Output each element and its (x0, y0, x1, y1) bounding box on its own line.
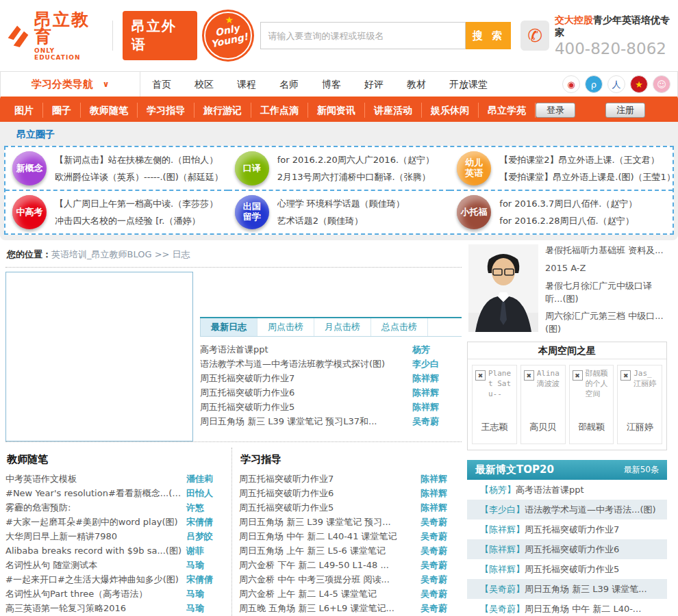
post-author-link[interactable]: 陈祥辉 (408, 401, 462, 413)
post-title-link[interactable]: 周六金桥 中午 中考三项提分班 阅读... (239, 574, 416, 586)
post-title-link[interactable]: 周日五角场 新三 L39 课堂笔记 预习L37和... (200, 415, 408, 428)
main-nav-item[interactable]: 开放课堂 (438, 72, 499, 97)
post-author-link[interactable]: 陈祥辉 (408, 387, 462, 399)
blog-tab[interactable]: 总点击榜 (371, 318, 428, 336)
post-author-link[interactable]: 潘佳莉 (182, 473, 227, 485)
main-nav-item[interactable]: 名师 (268, 72, 310, 97)
circle-post-link[interactable]: 冲击四大名校的一点经验 [r.（潘婷） (55, 212, 218, 229)
sub-nav-item[interactable]: 图片 (5, 103, 43, 118)
post-author-link[interactable]: 陈祥辉 (408, 372, 462, 385)
sub-nav-item[interactable]: 圈子 (43, 103, 81, 118)
share-icon[interactable]: ☺ (653, 75, 670, 93)
top20-row[interactable]: 【陈祥辉】周五托福突破听力作业7 (467, 519, 667, 539)
post-author-link[interactable]: 吕梦皎 (182, 530, 227, 543)
sub-nav-item[interactable]: 讲座活动 (365, 103, 422, 118)
top20-row[interactable]: 【陈祥辉】周五托福突破听力作业6 (467, 539, 667, 559)
post-author-link[interactable]: 许慜 (182, 502, 227, 514)
featured-article-link[interactable]: 2015 A-Z (545, 262, 666, 275)
circle-post-link[interactable]: for 2016.2.20周六人广2016.（赵宁） (277, 151, 434, 168)
main-nav-item[interactable]: 博客 (310, 72, 353, 97)
star-card[interactable]: ✖ Alina 滴波波 高贝贝 (520, 365, 566, 444)
post-title-link[interactable]: 周五托福突破听力作业6 (239, 487, 416, 500)
star-user-name[interactable]: 邵靓颖 (573, 421, 611, 433)
post-title-link[interactable]: 高考语法首课ppt (200, 344, 408, 356)
circle-post-link[interactable]: for 2016.3.7周日八佰伴.（赵宁） (499, 195, 637, 212)
post-author-link[interactable]: 田怡人 (182, 487, 227, 500)
star-user-name[interactable]: 高贝贝 (524, 421, 562, 433)
post-author-link[interactable]: 陈祥辉 (416, 473, 462, 485)
sub-nav-item[interactable]: 娱乐休闲 (422, 103, 479, 118)
circle-badge[interactable]: 新概念 (12, 151, 47, 185)
star-card[interactable]: ✖ Jas_江丽婷 江丽婷 (617, 365, 662, 444)
post-title-link[interactable]: 周五托福突破听力作业5 (239, 502, 416, 514)
star-card[interactable]: ✖ 邵靓颖的个人空间 邵靓颖 (569, 365, 614, 444)
sub-nav-item[interactable]: 昂立学苑 (479, 103, 536, 118)
post-title-link[interactable]: 周五托福突破听力作业5 (200, 401, 408, 413)
circle-post-link[interactable]: 【爱拍课堂】昂立外语上课是.(图)（王莹1） (499, 168, 670, 185)
post-author-link[interactable]: 吴奇蔚 (416, 516, 462, 528)
sub-nav-item[interactable]: 新闻资讯 (308, 103, 365, 118)
main-nav-item[interactable]: 课程 (225, 72, 268, 97)
circle-post-link[interactable]: 【爱拍课堂2】昂立外语上课.（王文君） (499, 151, 670, 168)
star-card[interactable]: ✖ Planet Satu-- 王志颖 (472, 365, 517, 444)
post-title-link[interactable]: #New Year's resolution#看看新概念...(图) (5, 487, 182, 500)
post-author-link[interactable]: 宋倩倩 (182, 574, 227, 586)
featured-article-link[interactable]: 暑假七月徐汇广元中级口译听...(图) (545, 280, 666, 306)
post-title-link[interactable]: 中考英语作文模板 (5, 473, 182, 485)
search-button[interactable]: 搜 索 (466, 22, 511, 49)
post-author-link[interactable]: 吴奇蔚 (408, 415, 462, 428)
sub-nav-item[interactable]: 教师随笔 (81, 103, 138, 118)
circle-badge[interactable]: 幼儿 英语 (457, 151, 491, 185)
blog-tab[interactable]: 最新日志 (200, 318, 258, 336)
post-title-link[interactable]: #大家一起磨耳朵#美剧中的word play(图) (5, 516, 182, 528)
featured-article-link[interactable]: 暑假托福听力基础班 资料及... (545, 244, 666, 257)
site-logo[interactable]: 昂立教育 ONLY EDUCATION (5, 11, 103, 61)
breadcrumb-path[interactable]: 英语培训_昂立教师BLOG >> 日志 (51, 249, 190, 259)
post-author-link[interactable]: 马瑜 (182, 588, 227, 600)
sub-nav-item[interactable]: 工作点滴 (251, 103, 308, 118)
star-user-name[interactable]: 王志颖 (475, 421, 514, 433)
post-author-link[interactable]: 杨芳 (408, 344, 462, 356)
post-title-link[interactable]: 周日五角场 上午 新三 L5-6 课堂笔记 (239, 545, 416, 557)
circle-badge[interactable]: 中高考 (12, 195, 47, 229)
circle-post-link[interactable]: for 2016.2.28周日八佰.（赵宁） (499, 212, 637, 229)
top20-more-link[interactable]: 最新50条 (624, 464, 659, 476)
post-author-link[interactable]: 吴奇蔚 (416, 602, 462, 615)
circle-post-link[interactable]: 心理学 环境科学话题（顾佳琦） (277, 195, 405, 212)
post-author-link[interactable]: 马瑜 (182, 559, 227, 572)
share-icon[interactable]: ◉ (562, 75, 580, 93)
post-author-link[interactable]: 吴奇蔚 (416, 545, 462, 557)
post-title-link[interactable]: 雾霾的危害预防: (5, 502, 182, 514)
circle-badge[interactable]: 口译 (235, 151, 269, 185)
circle-badge[interactable]: 出国 留学 (235, 195, 269, 229)
sub-nav-item[interactable]: 旅行游记 (194, 103, 251, 118)
top20-row[interactable]: 【杨芳】高考语法首课ppt (467, 480, 667, 500)
post-title-link[interactable]: 周日五角场 新三 L39 课堂笔记 预习... (239, 516, 416, 528)
post-title-link[interactable]: #一起来开口#之生活大爆炸神曲知多少(图) (5, 574, 182, 586)
post-title-link[interactable]: 周日五角场 中午 新二 L40-41 课堂笔记 (239, 530, 416, 543)
top20-row[interactable]: 【李少白】语法教学术与道—中考语法...(图) (467, 500, 667, 519)
post-author-link[interactable]: 陈祥辉 (416, 487, 462, 500)
circle-post-link[interactable]: 艺术话题2（顾佳琦） (277, 212, 405, 229)
circle-post-link[interactable]: 【人广周日上午第一档高中读.（李莎莎） (55, 195, 218, 212)
brand-button[interactable]: 昂立外语 (123, 11, 197, 60)
post-title-link[interactable]: 周五托福突破听力作业7 (239, 473, 416, 485)
post-author-link[interactable]: 吴奇蔚 (416, 588, 462, 600)
search-input[interactable] (260, 22, 466, 49)
featured-article-link[interactable]: 周六徐汇广元第三档 中级口...(图) (545, 310, 666, 336)
sub-nav-item[interactable]: 学习指导 (138, 103, 194, 118)
main-nav-item[interactable]: 好评 (353, 72, 395, 97)
post-title-link[interactable]: 高三英语第一轮复习策略2016 (5, 602, 182, 615)
circle-post-link[interactable]: 【新词点击】站在扶梯左侧的.（田怡人） (55, 151, 223, 168)
post-author-link[interactable]: 吴奇蔚 (416, 574, 462, 586)
post-title-link[interactable]: 周五托福突破听力作业6 (200, 387, 408, 399)
post-author-link[interactable]: 吴奇蔚 (416, 530, 462, 543)
post-title-link[interactable]: 名词性从句Part three（高考语法） (5, 588, 182, 600)
blog-tab[interactable]: 周点击榜 (258, 318, 314, 336)
post-title-link[interactable]: 周六金桥 上午 新二 L4-5 课堂笔记 (239, 588, 416, 600)
post-title-link[interactable]: 名词性从句 随堂测试本 (5, 559, 182, 572)
circle-post-link[interactable]: 2月13号周六打浦桥中口翻译.（张腾） (277, 168, 434, 185)
post-author-link[interactable]: 谢菲 (182, 545, 227, 557)
share-icon[interactable]: ★ (630, 75, 648, 93)
share-icon[interactable]: ρ (585, 75, 603, 93)
